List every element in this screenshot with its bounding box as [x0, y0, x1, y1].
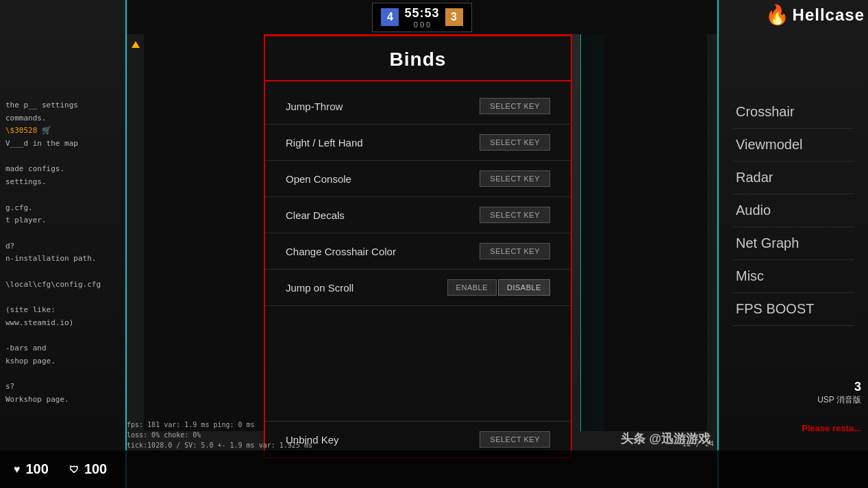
- nav-item-audio[interactable]: Audio: [732, 194, 854, 227]
- console-line: t player.: [5, 214, 121, 227]
- console-line: n-installation path.: [5, 253, 121, 266]
- console-line: Workshop page.: [5, 394, 121, 407]
- bind-row-jump-throw: Jump-Throw SELECT KEY: [265, 88, 571, 125]
- console-line: g.cfg.: [5, 202, 121, 215]
- health-icon: ♥: [14, 463, 21, 476]
- logo-area: 🔥 Hellcase: [765, 3, 865, 26]
- nav-item-viewmodel[interactable]: Viewmodel: [732, 129, 854, 162]
- nav-item-fps-boost[interactable]: FPS BOOST: [732, 293, 854, 326]
- select-key-button-open-console[interactable]: SELECT KEY: [480, 170, 550, 187]
- armor-group: 🛡 100: [69, 461, 107, 477]
- console-line: d?: [5, 240, 121, 253]
- console-line: [5, 329, 121, 342]
- weapon-name: USP 消音版: [817, 394, 861, 406]
- top-hud: 4 55:53 0 0 0 3: [127, 0, 717, 34]
- nav-item-crosshair[interactable]: Crosshair: [732, 96, 854, 129]
- select-key-button-clear-decals[interactable]: SELECT KEY: [480, 207, 550, 223]
- armor-icon: 🛡: [69, 464, 79, 475]
- binds-panel: Binds Jump-Throw SELECT KEY Right / Left…: [264, 34, 572, 459]
- timer-block: 55:53 0 0 0: [404, 6, 439, 29]
- t-score: 3: [445, 8, 463, 26]
- weapon-ammo: 3: [817, 380, 861, 394]
- nav-item-net-graph[interactable]: Net Graph: [732, 227, 854, 260]
- console-line: [5, 151, 121, 164]
- timer: 55:53: [404, 6, 439, 21]
- bind-label-clear-decals: Clear Decals: [286, 209, 345, 221]
- console-line: the p__ settings: [5, 99, 121, 112]
- console-line: made configs.: [5, 163, 121, 176]
- toggle-disable-button[interactable]: DISABLE: [498, 279, 550, 296]
- nav-item-misc[interactable]: Misc: [732, 260, 854, 293]
- bind-row-clear-decals: Clear Decals SELECT KEY: [265, 197, 571, 233]
- binds-list: Jump-Throw SELECT KEY Right / Left Hand …: [265, 81, 571, 313]
- select-key-button-jump-throw[interactable]: SELECT KEY: [480, 98, 550, 114]
- bind-label-right-left-hand: Right / Left Hand: [286, 137, 363, 149]
- left-inner-column: [144, 34, 264, 431]
- bind-label-change-crosshair-color: Change Crosshair Color: [286, 246, 396, 257]
- bind-label-jump-throw: Jump-Throw: [286, 101, 343, 112]
- logo-flame-icon: 🔥: [765, 3, 789, 26]
- console-line: V___d in the map: [5, 138, 121, 151]
- bind-row-right-left-hand: Right / Left Hand SELECT KEY: [265, 125, 571, 161]
- console-line: (site like: www.steamid.io): [5, 304, 121, 329]
- console-line: [5, 291, 121, 304]
- right-inner-column: [604, 34, 707, 431]
- console-line: -bars and: [5, 342, 121, 355]
- ct-score: 4: [381, 8, 399, 26]
- bind-label-jump-on-scroll: Jump on Scroll: [286, 282, 354, 294]
- nav-item-radar[interactable]: Radar: [732, 162, 854, 194]
- please-restart-text: Please resta...: [802, 423, 861, 433]
- bind-label-open-console: Open Console: [286, 173, 351, 185]
- right-panel: 🔥 Hellcase Crosshair Viewmodel Radar Aud…: [717, 0, 868, 488]
- console-line: settings.: [5, 176, 121, 189]
- scoreboard: 4 55:53 0 0 0 3: [372, 3, 471, 32]
- console-line: [5, 368, 121, 381]
- bind-row-jump-on-scroll: Jump on Scroll ENABLE DISABLE: [265, 270, 571, 306]
- select-key-button-change-crosshair-color[interactable]: SELECT KEY: [480, 243, 550, 259]
- health-value: 100: [26, 461, 49, 477]
- select-key-button-unbind[interactable]: SELECT KEY: [480, 431, 550, 448]
- triangle-marker: [132, 41, 140, 48]
- select-key-button-right-left-hand[interactable]: SELECT KEY: [480, 134, 550, 151]
- bind-row-open-console: Open Console SELECT KEY: [265, 161, 571, 197]
- console-line: [5, 189, 121, 202]
- weapon-info: 3 USP 消音版: [817, 380, 861, 406]
- page-counter: 12 / 24: [682, 439, 714, 448]
- net-stats: fps: 181 var: 1.9 ms ping: 0 ms loss: 0%…: [127, 420, 312, 450]
- toggle-enable-button[interactable]: ENABLE: [447, 279, 497, 296]
- console-line: \local\cfg\config.cfg: [5, 279, 121, 292]
- console-line: \$30528 🛒: [5, 125, 121, 138]
- health-group: ♥ 100: [14, 461, 49, 477]
- console-line: [5, 266, 121, 279]
- bottom-hud: ♥ 100 🛡 100: [0, 450, 868, 488]
- left-panel: the p__ settings commands. \$30528 🛒 V__…: [0, 0, 127, 488]
- round-score: 0 0 0: [404, 21, 439, 29]
- console-line: s?: [5, 381, 121, 394]
- net-stat-fps: fps: 181 var: 1.9 ms ping: 0 ms: [127, 420, 312, 430]
- net-stat-tick: tick:1028.0 / SV: 5.0 +- 1.9 ms var: 1.9…: [127, 440, 312, 450]
- armor-value: 100: [84, 461, 107, 477]
- logo-text: Hellcase: [793, 5, 865, 25]
- net-stat-loss: loss: 0% choke: 0%: [127, 430, 312, 440]
- console-line: commands.: [5, 112, 121, 125]
- console-overlay: the p__ settings commands. \$30528 🛒 V__…: [0, 96, 127, 410]
- nav-menu: Crosshair Viewmodel Radar Audio Net Grap…: [719, 0, 868, 339]
- toggle-group-jump-on-scroll: ENABLE DISABLE: [447, 279, 550, 296]
- console-line: kshop page.: [5, 355, 121, 368]
- binds-title: Binds: [265, 36, 571, 81]
- console-line: [5, 227, 121, 240]
- bind-row-change-crosshair-color: Change Crosshair Color SELECT KEY: [265, 233, 571, 270]
